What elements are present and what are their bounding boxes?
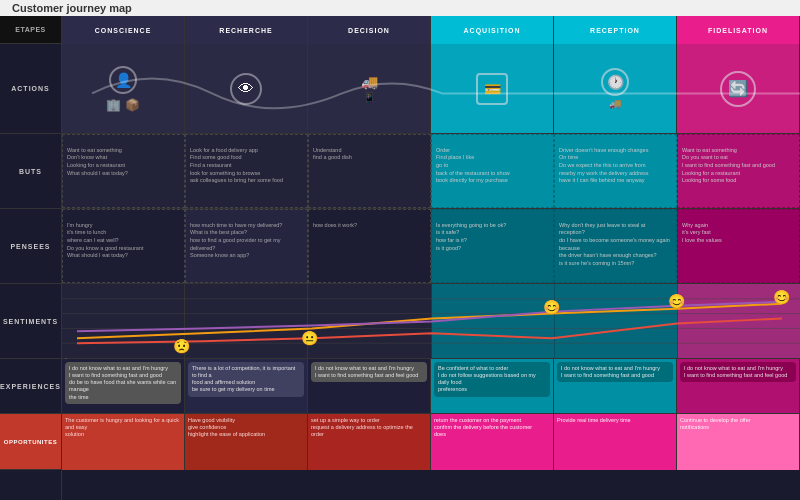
pensees-recherche: how much time to have my delivered? What… <box>185 209 308 283</box>
buts-conscience: Want to eat something Don't know what Lo… <box>62 134 185 208</box>
action-conscience: 👤 🏢 📦 <box>62 44 185 133</box>
sentiment-reception-cell <box>555 284 678 358</box>
opp-fidelisation: Continue to develop the offer notificati… <box>677 414 800 470</box>
opp-decision: set up a simple way to order request a d… <box>308 414 431 470</box>
speech-bubble-fidelisation: I do not know what to eat and I'm hungry… <box>680 362 796 382</box>
label-sentiments: SENTIMENTS <box>0 284 61 359</box>
exp-reception: I do not know what to eat and I'm hungry… <box>554 359 677 413</box>
buts-fidelisation: Want to eat something Do you want to eat… <box>677 134 800 208</box>
action-decision: 🚚 📱 <box>308 44 431 133</box>
opportunities-row: The customer is hungry and looking for a… <box>62 414 800 470</box>
page-title: Customer journey map <box>12 2 132 14</box>
action-acquisition: 💳 <box>431 44 554 133</box>
label-etapes: ETAPES <box>0 16 61 44</box>
sentiment-recherche-cell <box>185 284 308 358</box>
speech-bubble-recherche: There is a lot of competition, it is imp… <box>188 362 304 397</box>
experiences-row: I do not know what to eat and I'm hungry… <box>62 359 800 414</box>
buts-reception: Driver doesn't have enough changes On ti… <box>554 134 677 208</box>
main-grid: CONSCIENCE RECHERCHE DECISION ACQUISITIO… <box>62 16 800 500</box>
speech-bubble-decision: I do not know what to eat and I'm hungry… <box>311 362 427 382</box>
pensees-reception: Why don't they just leave to steal at re… <box>554 209 677 283</box>
sentiment-decision-cell <box>308 284 431 358</box>
buts-recherche: Look for a food delivery app Find some g… <box>185 134 308 208</box>
opp-acquisition: return the customer on the payment confi… <box>431 414 554 470</box>
header-acquisition: ACQUISITION <box>431 16 554 44</box>
label-experiences: EXPERIENCES <box>0 359 61 414</box>
pensees-acquisition: Is everything going to be ok? is it safe… <box>431 209 554 283</box>
action-recherche: 👁 <box>185 44 308 133</box>
header-reception: RECEPTION <box>554 16 677 44</box>
buts-row: Want to eat something Don't know what Lo… <box>62 134 800 209</box>
actions-row: 👤 🏢 📦 👁 🚚 📱 <box>62 44 800 134</box>
opp-recherche: Have good visibility give confidence hig… <box>185 414 308 470</box>
sentiment-fidelisation-cell <box>678 284 800 358</box>
header-decision: DECISION <box>308 16 431 44</box>
sentiments-row: 5 4 3 2 1 <box>62 284 800 359</box>
pensees-row: I'm hungry it's time to lunch where can … <box>62 209 800 284</box>
pensees-decision: how does it work? <box>308 209 431 283</box>
action-fidelisation: 🔄 <box>677 44 800 133</box>
page-title-bar: Customer journey map <box>0 0 800 16</box>
label-pensees: PENSEES <box>0 209 61 284</box>
exp-acquisition: Be confident of what to order I do not f… <box>431 359 554 413</box>
row-labels: ETAPES ACTIONS BUTS PENSEES SENTIMENTS E… <box>0 16 62 500</box>
label-opportunites: OPPORTUNITES <box>0 414 61 470</box>
sentiment-acquisition-cell <box>432 284 555 358</box>
speech-bubble-acquisition: Be confident of what to order I do not f… <box>434 362 550 397</box>
header-row: CONSCIENCE RECHERCHE DECISION ACQUISITIO… <box>62 16 800 44</box>
buts-acquisition: Order Find place I like go to back of th… <box>431 134 554 208</box>
opp-conscience: The customer is hungry and looking for a… <box>62 414 185 470</box>
label-actions: ACTIONS <box>0 44 61 134</box>
header-recherche: RECHERCHE <box>185 16 308 44</box>
exp-recherche: There is a lot of competition, it is imp… <box>185 359 308 413</box>
pensees-fidelisation: Why again it's very fast I love the valu… <box>677 209 800 283</box>
exp-conscience: I do not know what to eat and I'm hungry… <box>62 359 185 413</box>
speech-bubble-conscience: I do not know what to eat and I'm hungry… <box>65 362 181 404</box>
buts-decision: Understand find a good dish <box>308 134 431 208</box>
speech-bubble-reception: I do not know what to eat and I'm hungry… <box>557 362 673 382</box>
opp-reception: Provide real time delivery time <box>554 414 677 470</box>
exp-fidelisation: I do not know what to eat and I'm hungry… <box>677 359 800 413</box>
action-reception: 🕐 🚚 <box>554 44 677 133</box>
label-buts: BUTS <box>0 134 61 209</box>
header-conscience: CONSCIENCE <box>62 16 185 44</box>
exp-decision: I do not know what to eat and I'm hungry… <box>308 359 431 413</box>
sentiment-conscience-cell <box>62 284 185 358</box>
header-fidelisation: FIDELISATION <box>677 16 800 44</box>
pensees-conscience: I'm hungry it's time to lunch where can … <box>62 209 185 283</box>
